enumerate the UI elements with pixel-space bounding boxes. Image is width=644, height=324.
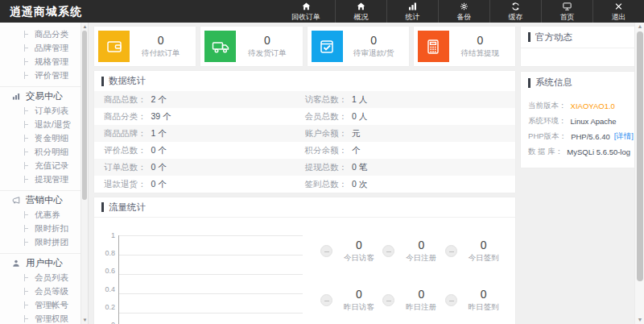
traffic-stat-today-visitors: 0今日访客 [320, 239, 382, 264]
sidebar-item-flash-discount[interactable]: 限时折扣 [0, 222, 88, 235]
sidebar-item-label: 限时折扣 [35, 223, 68, 235]
stat-label: 今日访客 [344, 253, 374, 264]
stat-circle-icon [445, 245, 457, 257]
info-label: 当前版本： [528, 101, 567, 111]
truck-icon [204, 31, 236, 62]
branch-icon [24, 148, 31, 156]
user-icon [11, 259, 21, 268]
nav-overview[interactable]: 概况 [335, 0, 386, 23]
stat-value: 0 [344, 288, 374, 301]
nav-label: 备份 [457, 12, 472, 23]
sidebar: 商品分类 品牌管理 规格管理 评价管理 交易中心 订单列表 退款/退货 资金明细… [0, 23, 89, 324]
nav-label: 回收订单 [291, 12, 320, 23]
stat-value: 1 个 [151, 128, 167, 139]
card-value: 0 [130, 34, 192, 47]
stat-value: 0 [469, 288, 499, 301]
traffic-stat-yesterday-registrations: 0昨日注册 [382, 288, 444, 313]
nav-recycle-orders[interactable]: 回收订单 [277, 0, 335, 23]
system-info-title: 系统信息 [521, 72, 641, 93]
sidebar-item-label: 积分明细 [35, 147, 68, 158]
stat-value: 0 次 [352, 179, 367, 190]
nav-backup[interactable]: 备份 [438, 0, 489, 23]
stat-value: 0 笔 [352, 162, 367, 173]
sidebar-scrollbar[interactable]: ▲ ▼ [80, 23, 88, 324]
card-pending-payment[interactable]: 0 待付款订单 [94, 27, 196, 66]
y-tick: 0 [97, 321, 118, 324]
stat-value: 0 人 [352, 111, 367, 123]
top-nav: 回收订单 概况 统计 备份 [277, 0, 644, 23]
branch-icon [24, 107, 31, 114]
stat-label: 订单总数： [104, 162, 147, 173]
page-scrollbar-thumb[interactable] [637, 31, 643, 281]
sidebar-section-trade-center[interactable]: 交易中心 [0, 86, 88, 104]
sidebar-item-withdrawal-management[interactable]: 提现管理 [0, 172, 88, 186]
sidebar-item-spec-management[interactable]: 规格管理 [0, 55, 88, 69]
traffic-stat-yesterday-checkins: 0昨日签到 [445, 288, 507, 313]
gridline [119, 274, 303, 275]
sidebar-scrollbar-thumb[interactable] [82, 31, 87, 200]
stat-label: 今日签到 [469, 253, 499, 264]
scroll-down-icon[interactable]: ▼ [81, 317, 89, 323]
sidebar-section-user-center[interactable]: 用户中心 [0, 253, 88, 271]
sidebar-item-points-detail[interactable]: 积分明细 [0, 145, 88, 159]
branch-icon [24, 274, 31, 281]
y-tick: 0.2 [97, 303, 118, 311]
sidebar-item-label: 资金明细 [35, 133, 68, 144]
scroll-down-icon[interactable]: ▼ [635, 316, 644, 324]
official-news-panel: 官方动态 [521, 27, 641, 66]
branch-icon [24, 162, 31, 169]
stat-label: 昨日签到 [469, 302, 499, 313]
stat-label: 商品分类： [104, 111, 147, 123]
sidebar-item-coupons[interactable]: 优惠券 [0, 208, 88, 222]
sidebar-item-recharge-records[interactable]: 充值记录 [0, 159, 88, 172]
title-accent-bar [528, 32, 530, 42]
card-label: 待发货订单 [236, 48, 298, 59]
card-pending-refund-review[interactable]: 0 待审退款/货 [308, 27, 409, 66]
nav-label: 统计 [406, 12, 420, 23]
card-label: 待审退款/货 [343, 48, 405, 59]
nav-homepage[interactable]: 首页 [541, 0, 592, 23]
sidebar-item-admin-accounts[interactable]: 管理帐号 [0, 298, 88, 312]
check-square-icon [312, 31, 343, 62]
sidebar-item-label: 品牌管理 [35, 43, 68, 54]
stat-label: 退款退货： [104, 179, 147, 190]
sidebar-section-label: 交易中心 [26, 90, 63, 102]
app-title: 逍遥商城系统 [0, 0, 82, 23]
page-scrollbar[interactable]: ▲ ▼ [634, 23, 644, 324]
calculator-icon [418, 31, 449, 62]
nav-logout[interactable]: 退出 [592, 0, 644, 23]
sidebar-item-label: 会员列表 [35, 272, 68, 284]
nav-cache[interactable]: 缓存 [489, 0, 541, 23]
info-label: 数 据 库： [528, 147, 563, 157]
nav-statistics[interactable]: 统计 [386, 0, 438, 23]
info-value-version: XIAOYAO1.0 [571, 102, 615, 110]
card-pending-shipment[interactable]: 0 待发货订单 [200, 27, 302, 66]
data-stats-row: 商品分类：39 个 会员总数：0 人 [94, 108, 515, 125]
system-info-rows: 当前版本： XIAOYAO1.0 系统环境： Linux Apache PHP版… [521, 93, 641, 168]
sidebar-item-group-buy[interactable]: 限时拼团 [0, 235, 88, 249]
info-label: 系统环境： [528, 116, 567, 127]
php-detail-link[interactable]: [详情] [614, 131, 634, 142]
marketing-icon [11, 196, 21, 205]
sidebar-item-label: 退款/退货 [35, 119, 71, 131]
scroll-up-icon[interactable]: ▲ [81, 23, 89, 30]
sidebar-item-admin-permissions[interactable]: 管理权限 [0, 312, 88, 324]
sidebar-item-fund-detail[interactable]: 资金明细 [0, 131, 88, 145]
sidebar-item-brand-management[interactable]: 品牌管理 [0, 41, 88, 55]
y-tick: 0.4 [97, 285, 118, 293]
scroll-up-icon[interactable]: ▲ [635, 23, 644, 31]
sidebar-item-review-management[interactable]: 评价管理 [0, 69, 88, 82]
sidebar-item-member-levels[interactable]: 会员等级 [0, 285, 88, 298]
bar-chart-icon [407, 2, 418, 11]
sidebar-section-marketing-center[interactable]: 营销中心 [0, 190, 88, 208]
branch-icon [24, 239, 31, 246]
sidebar-item-member-list[interactable]: 会员列表 [0, 271, 88, 285]
info-value: PHP/5.6.40 [571, 132, 610, 141]
data-stats-row: 商品品牌：1 个 账户余额：元 [94, 125, 515, 142]
card-pending-settlement[interactable]: 0 待结算提现 [414, 27, 515, 66]
sidebar-item-order-list[interactable]: 订单列表 [0, 104, 88, 118]
sidebar-item-refund-return[interactable]: 退款/退货 [0, 118, 88, 131]
sidebar-item-product-category[interactable]: 商品分类 [0, 27, 88, 41]
stat-label: 会员总数： [305, 111, 348, 123]
stat-value: 元 [352, 128, 361, 139]
